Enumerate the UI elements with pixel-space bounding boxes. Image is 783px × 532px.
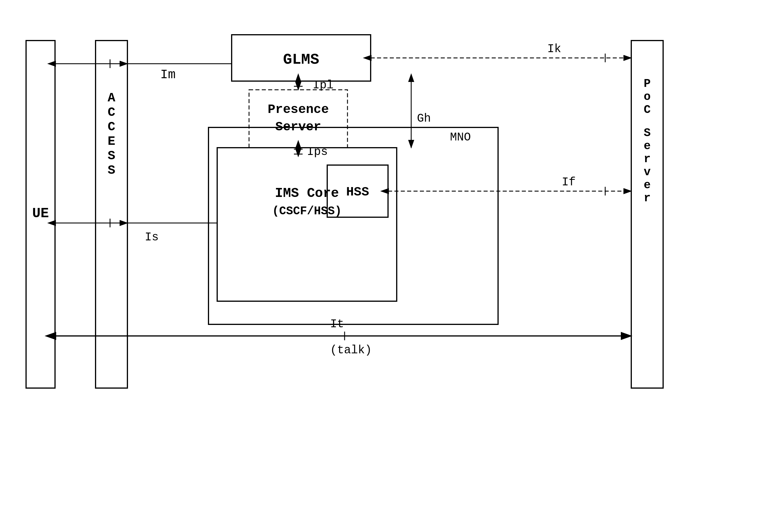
ims-core-label2: (CSCF/HSS) xyxy=(272,205,342,218)
access-label-c: C xyxy=(108,105,115,120)
access-label-e: E xyxy=(108,134,115,149)
glms-label: GLMS xyxy=(283,51,319,68)
ue-label: UE xyxy=(32,206,49,221)
poc-label-e: e xyxy=(644,139,651,153)
it-label: It xyxy=(330,318,344,331)
access-label-s2: S xyxy=(108,163,115,178)
ims-core-label1: IMS Core xyxy=(275,186,339,201)
presence-server-label1: Presence xyxy=(268,102,328,117)
if-label: If xyxy=(562,176,576,189)
presence-server-box xyxy=(249,90,347,148)
mno-label: MNO xyxy=(450,131,471,144)
access-label-c2: C xyxy=(108,120,115,134)
ipl-label: Ipl xyxy=(313,79,334,92)
ips-label: Ips xyxy=(307,145,328,158)
gh-label: Gh xyxy=(417,112,431,125)
poc-label-s: S xyxy=(644,127,651,139)
poc-label-e2: e xyxy=(644,179,651,192)
hss-label: HSS xyxy=(346,185,369,199)
poc-label-p: P xyxy=(644,77,651,90)
talk-label: (talk) xyxy=(330,344,372,357)
poc-label-r: r xyxy=(644,153,651,166)
ims-core-box xyxy=(217,148,397,301)
poc-label-c: C xyxy=(644,103,651,117)
is-label: Is xyxy=(145,231,159,244)
access-label-s: S xyxy=(108,149,115,163)
poc-label-r2: r xyxy=(644,192,651,205)
poc-label-v: v xyxy=(644,166,651,179)
im-label: Im xyxy=(160,67,176,82)
access-label-a: A xyxy=(108,91,116,105)
diagram-container: UE A C C E S S GLMS MNO IMS Core (CSCF/H… xyxy=(11,11,770,490)
ik-label: Ik xyxy=(547,42,561,56)
poc-label-o: o xyxy=(644,90,651,103)
mno-box xyxy=(209,127,498,324)
presence-server-label2: Server xyxy=(275,120,321,134)
